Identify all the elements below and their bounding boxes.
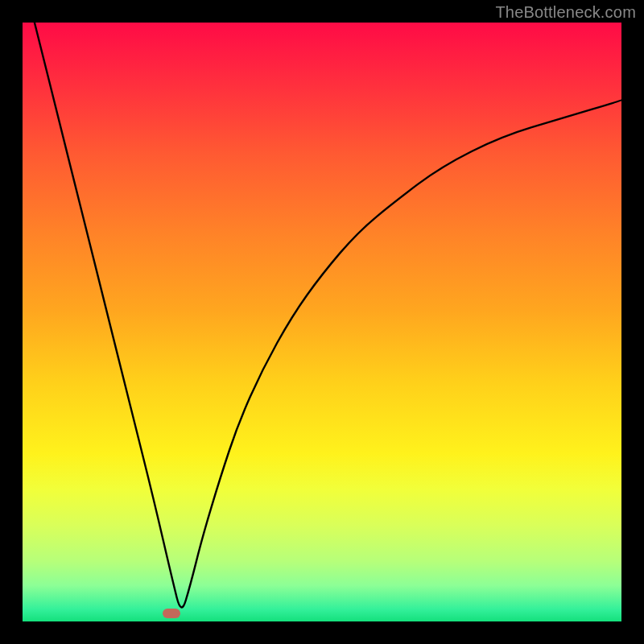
bottleneck-curve xyxy=(35,23,621,607)
watermark-text: TheBottleneck.com xyxy=(495,3,636,22)
minimum-marker xyxy=(163,609,180,618)
plot-area xyxy=(23,23,621,621)
chart-frame: TheBottleneck.com xyxy=(0,0,644,644)
curve-svg xyxy=(23,23,621,621)
